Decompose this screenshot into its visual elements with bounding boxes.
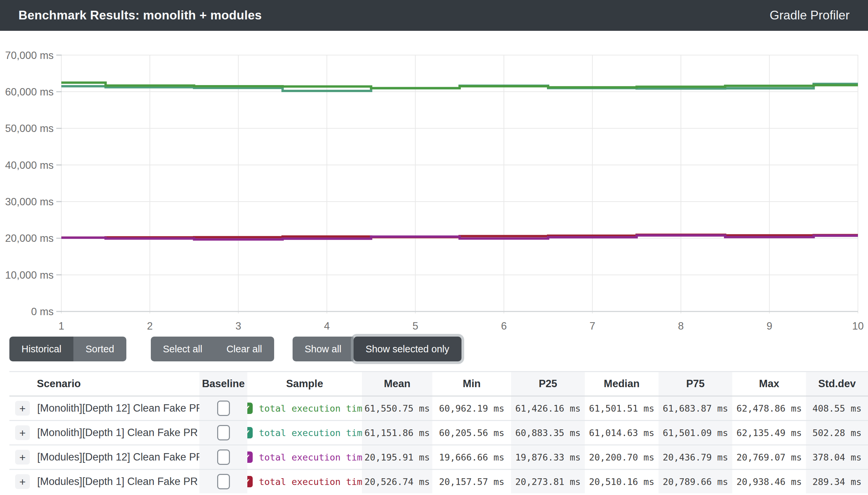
historical-button[interactable]: Historical — [10, 337, 73, 361]
clear-all-button[interactable]: Clear all — [215, 337, 274, 361]
header-bar: Benchmark Results: monolith + modules Gr… — [0, 0, 868, 31]
stat-value-cell: 408.55 ms — [806, 396, 868, 420]
y-axis-tick-label: 30,000 ms — [5, 196, 54, 208]
stat-value-cell: 20,200.70 ms — [585, 445, 658, 469]
stat-value-cell: 20,526.74 ms — [362, 470, 432, 493]
sample-checkbox[interactable]: ✓ — [247, 451, 253, 463]
x-axis-tick-label: 10 — [852, 320, 864, 332]
scenario-cell: +[Modules][Depth 12] Clean Fake PR — [10, 445, 199, 469]
baseline-checkbox[interactable] — [217, 449, 230, 465]
checkmark-icon: ✓ — [247, 478, 251, 485]
stat-value-cell: 61,501.51 ms — [585, 396, 658, 420]
stat-value-cell: 62,135.49 ms — [732, 421, 806, 444]
baseline-cell — [199, 470, 247, 493]
baseline-checkbox[interactable] — [217, 425, 230, 440]
show-selected-only-button[interactable]: Show selected only — [354, 337, 462, 361]
x-axis-tick-label: 8 — [678, 320, 684, 332]
stat-value-cell: 61,426.16 ms — [511, 396, 585, 420]
stat-value-cell: 19,666.66 ms — [432, 445, 511, 469]
series-line — [61, 236, 858, 239]
checkmark-icon: ✓ — [247, 429, 251, 437]
stat-value-cell: 289.34 ms — [806, 470, 868, 493]
select-all-button[interactable]: Select all — [151, 337, 215, 361]
show-all-button[interactable]: Show all — [293, 337, 354, 361]
stat-value-cell: 20,157.57 ms — [432, 470, 511, 493]
sample-cell: ✓total execution time — [247, 470, 362, 493]
column-header-p25: P25 — [511, 372, 585, 395]
sample-cell: ✓total execution time — [247, 421, 362, 444]
baseline-checkbox[interactable] — [217, 400, 230, 416]
x-axis-tick-label: 5 — [413, 320, 418, 332]
table-row: +[Modules][Depth 12] Clean Fake PR✓total… — [10, 445, 868, 470]
table-header-row: ScenarioBaselineSampleMeanMinP25MedianP7… — [10, 372, 868, 396]
stat-value-cell: 20,769.07 ms — [732, 445, 806, 469]
stat-value-cell: 19,876.33 ms — [511, 445, 585, 469]
history-toggle-button-group: HistoricalSorted — [10, 337, 126, 361]
sample-checkbox[interactable]: ✓ — [247, 427, 253, 439]
stat-value-cell: 60,962.19 ms — [432, 396, 511, 420]
checkmark-icon: ✓ — [247, 453, 251, 461]
column-header-stddev: Std.dev — [806, 372, 868, 395]
sample-label: total execution time — [259, 477, 362, 487]
y-axis-tick-label: 40,000 ms — [5, 159, 54, 171]
sorted-button[interactable]: Sorted — [73, 337, 126, 361]
x-axis-tick-label: 6 — [501, 320, 507, 332]
scenario-label: [Modules][Depth 1] Clean Fake PR — [37, 476, 198, 488]
table-header: ScenarioBaselineSampleMeanMinP25MedianP7… — [10, 372, 868, 395]
stat-value-cell: 20,436.79 ms — [658, 445, 732, 469]
stat-value-cell: 61,683.87 ms — [658, 396, 732, 420]
page-title: Benchmark Results: monolith + modules — [18, 8, 262, 22]
table-body: +[Monolith][Depth 12] Clean Fake PR✓tota… — [10, 396, 868, 493]
stat-value-cell: 20,195.91 ms — [362, 445, 432, 469]
x-axis-tick-label: 9 — [766, 320, 772, 332]
column-header-scenario: Scenario — [10, 372, 199, 395]
sample-checkbox[interactable]: ✓ — [247, 403, 253, 414]
expand-row-button[interactable]: + — [15, 474, 30, 489]
table-row: +[Monolith][Depth 12] Clean Fake PR✓tota… — [10, 396, 868, 421]
x-axis-tick-label: 1 — [58, 320, 64, 332]
x-axis-tick-label: 7 — [589, 320, 595, 332]
sample-checkbox[interactable]: ✓ — [247, 476, 253, 487]
scenario-label: [Monolith][Depth 1] Clean Fake PR — [37, 427, 198, 439]
column-header-baseline: Baseline — [199, 372, 247, 395]
table-row: +[Monolith][Depth 1] Clean Fake PR✓total… — [10, 421, 868, 445]
stat-value-cell: 20,510.16 ms — [585, 470, 658, 493]
column-header-median: Median — [585, 372, 658, 395]
baseline-cell — [199, 421, 247, 444]
y-axis-tick-label: 20,000 ms — [5, 233, 54, 244]
expand-row-button[interactable]: + — [15, 401, 30, 416]
scenario-cell: +[Monolith][Depth 1] Clean Fake PR — [10, 421, 199, 444]
stat-value-cell: 20,789.66 ms — [658, 470, 732, 493]
column-header-mean: Mean — [362, 372, 432, 395]
stat-value-cell: 61,550.75 ms — [362, 396, 432, 420]
page: Benchmark Results: monolith + modules Gr… — [0, 0, 868, 495]
scenario-label: [Monolith][Depth 12] Clean Fake PR — [37, 402, 199, 414]
table-row: +[Modules][Depth 1] Clean Fake PR✓total … — [10, 470, 868, 493]
stat-value-cell: 502.28 ms — [806, 421, 868, 444]
stat-value-cell: 378.04 ms — [806, 445, 868, 469]
sample-label: total execution time — [259, 428, 362, 438]
y-axis-tick-label: 60,000 ms — [5, 86, 54, 98]
stat-value-cell: 62,478.86 ms — [732, 396, 806, 420]
stat-value-cell: 61,501.09 ms — [658, 421, 732, 444]
column-header-sample: Sample — [247, 372, 362, 395]
y-axis-tick-label: 0 ms — [31, 306, 54, 318]
stat-value-cell: 60,883.35 ms — [511, 421, 585, 444]
scenario-label: [Modules][Depth 12] Clean Fake PR — [37, 451, 199, 463]
expand-row-button[interactable]: + — [15, 450, 30, 464]
expand-row-button[interactable]: + — [15, 425, 30, 440]
sample-cell: ✓total execution time — [247, 445, 362, 469]
stat-value-cell: 20,273.81 ms — [511, 470, 585, 493]
stat-value-cell: 20,938.46 ms — [732, 470, 806, 493]
column-header-max: Max — [732, 372, 806, 395]
checkmark-icon: ✓ — [247, 404, 251, 412]
selection-button-group: Select allClear all — [151, 337, 274, 361]
column-header-p75: P75 — [658, 372, 732, 395]
y-axis-tick-label: 50,000 ms — [5, 123, 54, 134]
x-axis-tick-label: 2 — [147, 320, 152, 332]
visibility-button-group: Show allShow selected only — [293, 337, 462, 361]
x-axis-tick-label: 3 — [236, 320, 241, 332]
baseline-checkbox[interactable] — [217, 474, 230, 489]
toolbar: HistoricalSortedSelect allClear allShow … — [0, 337, 868, 361]
scenario-cell: +[Monolith][Depth 12] Clean Fake PR — [10, 396, 199, 420]
